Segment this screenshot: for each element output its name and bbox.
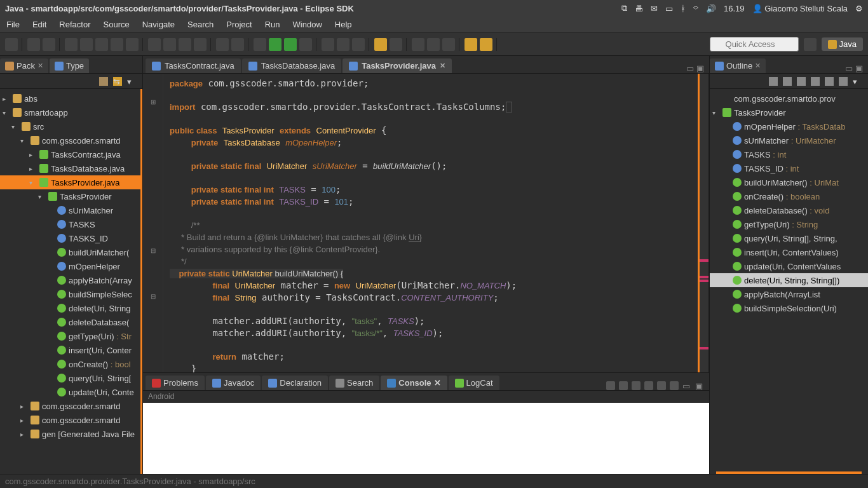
outline-node[interactable]: update(Uri, ContentValues — [710, 259, 868, 273]
outline-node[interactable]: query(Uri, String[], String, — [710, 231, 868, 245]
tb-btn[interactable] — [163, 38, 176, 51]
new-button[interactable] — [5, 38, 18, 51]
tree-node[interactable]: ▸gen [Generated Java File — [0, 427, 140, 441]
menu-project[interactable]: Project — [226, 20, 252, 29]
tab-outline[interactable]: Outline✕ — [710, 58, 766, 73]
menu-file[interactable]: File — [6, 20, 20, 29]
tb-btn[interactable] — [95, 38, 108, 51]
volume-icon[interactable]: 🔊 — [706, 4, 716, 13]
tree-node[interactable]: ▾com.gsscoder.smartd — [0, 133, 140, 147]
menu-search[interactable]: Search — [187, 20, 214, 29]
editor-tab-tasksdatabase[interactable]: TasksDatabase.java — [242, 58, 341, 73]
tree-node[interactable]: applyBatch(Array — [0, 273, 140, 287]
outline-node[interactable]: com.gsscoder.smartdo.prov — [710, 92, 868, 105]
tb-btn[interactable] — [442, 38, 455, 51]
tree-node[interactable]: buildSimpleSelec — [0, 287, 140, 301]
mail-icon[interactable]: ✉ — [651, 4, 658, 13]
outline-node[interactable]: insert(Uri, ContentValues) — [710, 245, 868, 259]
menu-refactor[interactable]: Refactor — [59, 20, 90, 29]
menu-help[interactable]: Help — [335, 20, 352, 29]
editor-tab-taskscontract[interactable]: TasksContract.java — [146, 58, 241, 73]
view-menu-icon[interactable]: ▾ — [853, 77, 862, 86]
tree-node[interactable]: TASKS — [0, 217, 140, 231]
close-icon[interactable]: ✕ — [755, 62, 761, 70]
tb-btn[interactable] — [427, 38, 440, 51]
console-btn[interactable] — [670, 381, 679, 390]
tree-node[interactable]: ▸TasksDatabase.java — [0, 161, 140, 175]
close-tab-icon[interactable]: ✕ — [440, 62, 445, 70]
tree-node[interactable]: ▾TasksProvider — [0, 189, 140, 203]
console-btn[interactable] — [632, 381, 641, 390]
printer-icon[interactable]: 🖶 — [635, 4, 643, 13]
outline-node[interactable]: ▾TasksProvider — [710, 105, 868, 119]
tree-node[interactable]: query(Uri, String[ — [0, 371, 140, 385]
console-btn[interactable] — [619, 381, 628, 390]
perspective-java[interactable]: Java — [822, 37, 863, 51]
outline-node[interactable]: sUriMatcher : UriMatcher — [710, 133, 868, 147]
minimize-icon[interactable]: ▭ — [682, 381, 691, 390]
tree-node[interactable]: delete(Uri, String — [0, 301, 140, 315]
dropbox-icon[interactable]: ⧉ — [621, 3, 627, 13]
tb-btn[interactable] — [322, 38, 334, 51]
tree-node[interactable]: mOpenHelper — [0, 259, 140, 273]
tree-node[interactable]: ▸com.gsscoder.smartd — [0, 399, 140, 413]
tb-btn[interactable] — [179, 38, 191, 51]
hide-static-icon[interactable] — [797, 77, 806, 86]
save-button[interactable] — [27, 38, 40, 51]
editor-gutter[interactable]: ⊞ ⊟ ⊟ — [143, 74, 163, 372]
battery-icon[interactable]: ▭ — [665, 4, 673, 13]
tb-btn[interactable] — [352, 38, 365, 51]
hide-local-icon[interactable] — [825, 77, 834, 86]
link-editor-icon[interactable]: ⇆ — [113, 77, 122, 86]
settings-icon[interactable]: ⚙ — [855, 4, 863, 13]
outline-node[interactable]: mOpenHelper : TasksDatab — [710, 119, 868, 133]
maximize-icon[interactable]: ▣ — [695, 381, 704, 390]
tb-btn[interactable] — [231, 38, 244, 51]
console-btn[interactable] — [644, 381, 653, 390]
back-button[interactable] — [465, 38, 477, 51]
tree-node[interactable]: ▸abs — [0, 92, 140, 105]
menu-window[interactable]: Window — [293, 20, 322, 29]
tb-btn[interactable] — [80, 38, 93, 51]
maximize-icon[interactable]: ▣ — [696, 64, 704, 73]
console-btn[interactable] — [606, 381, 615, 390]
tb-btn[interactable] — [65, 38, 78, 51]
tree-node[interactable]: getType(Uri) : Str — [0, 329, 140, 343]
editor-tab-tasksprovider[interactable]: TasksProvider.java✕ — [342, 58, 452, 73]
tb-btn[interactable] — [111, 38, 123, 51]
forward-button[interactable] — [480, 38, 492, 51]
search-button[interactable] — [390, 38, 402, 51]
code-editor[interactable]: ⊞ ⊟ ⊟ package com.gsscoder.smartdo.provi… — [143, 74, 709, 372]
tree-node[interactable]: deleteDatabase( — [0, 315, 140, 329]
save-all-button[interactable] — [43, 38, 55, 51]
menu-source[interactable]: Source — [104, 20, 130, 29]
tree-node[interactable]: ▾src — [0, 119, 140, 133]
tab-search[interactable]: Search — [329, 376, 379, 390]
tab-package-explorer[interactable]: Pack✕ — [0, 58, 48, 73]
overview-ruler[interactable] — [700, 74, 709, 372]
tb-btn[interactable] — [337, 38, 349, 51]
view-menu-icon[interactable]: ▾ — [127, 77, 136, 86]
open-type-button[interactable] — [374, 38, 387, 51]
tree-node[interactable]: update(Uri, Conte — [0, 385, 140, 399]
outline-node[interactable]: onCreate() : boolean — [710, 189, 868, 203]
outline-node[interactable]: delete(Uri, String, String[]) — [710, 273, 868, 287]
tab-type-hierarchy[interactable]: Type — [50, 58, 89, 73]
quick-access-input[interactable] — [710, 37, 799, 51]
tb-btn[interactable] — [412, 38, 424, 51]
maximize-icon[interactable]: ▣ — [855, 64, 863, 73]
open-perspective-button[interactable] — [804, 38, 817, 51]
user-menu[interactable]: 👤 Giacomo Stelluti Scala — [752, 4, 848, 13]
menu-run[interactable]: Run — [265, 20, 280, 29]
wifi-icon[interactable]: ⌔ — [693, 4, 698, 13]
tree-node[interactable]: ▾TasksProvider.java — [0, 175, 140, 189]
tree-node[interactable]: ▸com.gsscoder.smartd — [0, 413, 140, 427]
debug-button[interactable] — [254, 38, 266, 51]
tab-declaration[interactable]: Declaration — [262, 376, 328, 390]
console-btn[interactable] — [657, 381, 666, 390]
run-button[interactable] — [269, 38, 281, 51]
close-icon[interactable]: ✕ — [37, 62, 43, 70]
console-output[interactable] — [143, 403, 709, 474]
tb-btn[interactable] — [148, 38, 161, 51]
external-tools-button[interactable] — [299, 38, 312, 51]
